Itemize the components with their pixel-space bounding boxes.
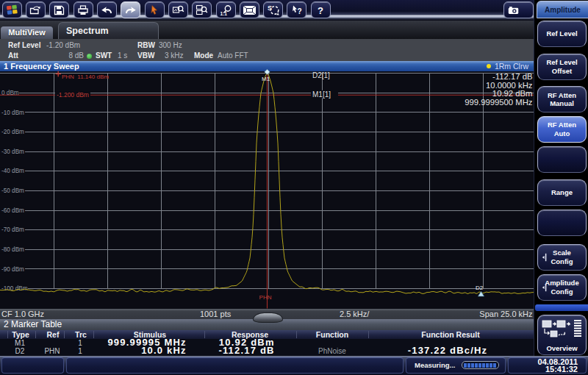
svg-text:S: S	[268, 4, 272, 12]
svg-text:D2: D2	[476, 285, 484, 291]
svg-text:M1: M1	[262, 76, 270, 82]
svg-text:-30 dBm: -30 dBm	[1, 149, 24, 155]
svg-text:PHN: PHN	[259, 294, 272, 301]
svg-text:-40 dBm: -40 dBm	[1, 168, 24, 174]
svg-text:-20 dBm: -20 dBm	[1, 129, 24, 135]
svg-text:-1.200 dBm: -1.200 dBm	[57, 91, 89, 99]
svg-text:-112.17 dB: -112.17 dB	[492, 72, 532, 81]
svg-text:-90 dBm: -90 dBm	[1, 266, 24, 273]
svg-text:-10 dBm: -10 dBm	[1, 110, 24, 116]
svg-text:-60 dBm: -60 dBm	[1, 207, 24, 214]
svg-text:10.0000 kHz: 10.0000 kHz	[486, 81, 533, 90]
svg-text:-70 dBm: -70 dBm	[1, 226, 24, 233]
svg-text:-50 dBm: -50 dBm	[1, 188, 24, 194]
svg-text:D2[1]: D2[1]	[312, 71, 330, 79]
svg-text:-80 dBm: -80 dBm	[1, 246, 24, 253]
svg-text:999.9999500 MHz: 999.9999500 MHz	[465, 98, 533, 107]
svg-text:?: ?	[318, 5, 323, 16]
svg-text:-100 dBm: -100 dBm	[1, 285, 28, 292]
svg-text:?: ?	[297, 7, 301, 15]
svg-text:PHN 11.140 dBm: PHN 11.140 dBm	[62, 74, 109, 80]
svg-text:1:1: 1:1	[220, 11, 227, 16]
svg-text:10.92 dBm: 10.92 dBm	[492, 89, 533, 98]
svg-text:M1[1]: M1[1]	[312, 90, 331, 99]
